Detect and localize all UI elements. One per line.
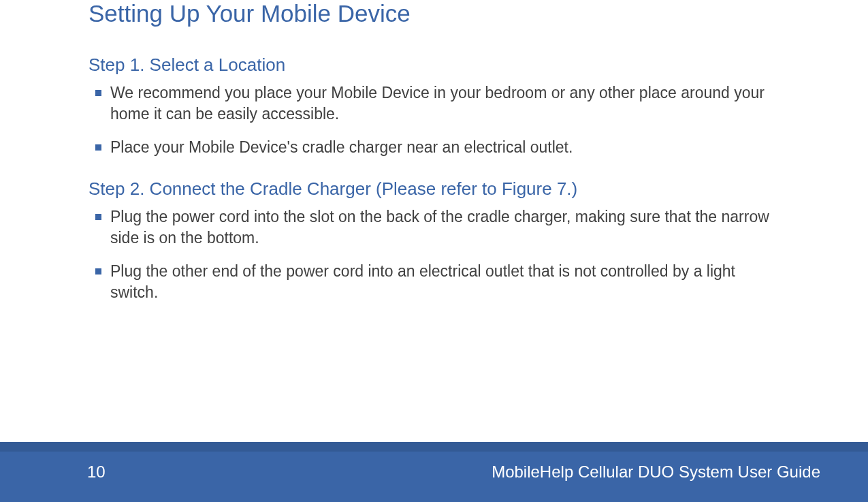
list-item: Plug the power cord into the slot on the…	[95, 206, 779, 249]
step2-heading: Step 2. Connect the Cradle Charger (Plea…	[89, 178, 779, 200]
footer-accent-strip	[0, 442, 868, 452]
list-item: Place your Mobile Device's cradle charge…	[95, 137, 779, 158]
list-item: Plug the other end of the power cord int…	[95, 261, 779, 303]
document-content: Setting Up Your Mobile Device Step 1. Se…	[0, 0, 868, 303]
list-item: We recommend you place your Mobile Devic…	[95, 82, 779, 125]
page-title: Setting Up Your Mobile Device	[89, 0, 779, 27]
step2-list: Plug the power cord into the slot on the…	[89, 206, 779, 303]
step1-heading: Step 1. Select a Location	[89, 54, 779, 76]
step1-list: We recommend you place your Mobile Devic…	[89, 82, 779, 158]
footer-guide-title: MobileHelp Cellular DUO System User Guid…	[492, 462, 820, 482]
page-footer: 10 MobileHelp Cellular DUO System User G…	[0, 442, 868, 502]
page-number: 10	[87, 462, 106, 482]
